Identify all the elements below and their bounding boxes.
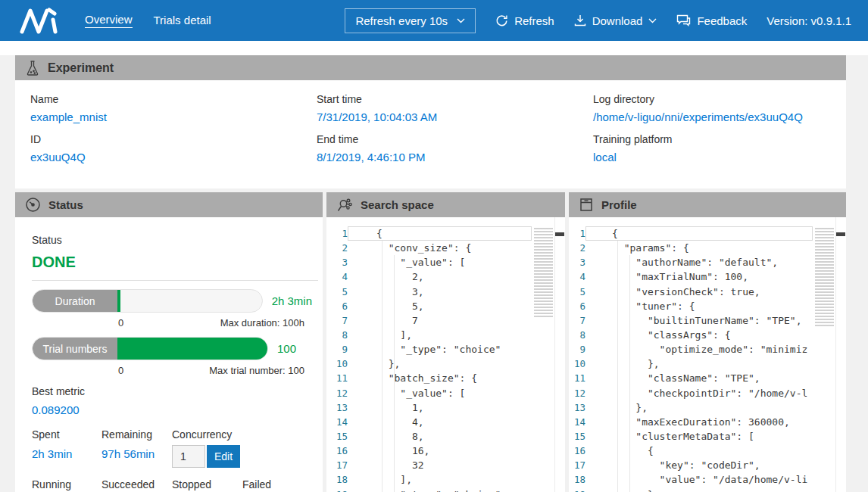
status-panel: Status Status DONE Duration 2h 3min 0 — [15, 192, 323, 492]
code-text: "checkpointDir": "/home/v-l — [612, 388, 807, 399]
code-line: 4 "maxTrialNum": 100, — [569, 269, 846, 284]
stat-value: 97h 56min — [101, 447, 172, 460]
code-line: 8 ], — [326, 328, 565, 342]
code-line: 5 "versionCheck": true, — [569, 285, 846, 299]
code-line: 19 "_type": "choice" — [326, 487, 565, 492]
search-space-code-editor[interactable]: 1 { 2 "conv_size": { 3 "_value": [ — [326, 217, 565, 492]
nni-logo-icon — [18, 6, 62, 35]
duration-bar: Duration 2h 3min 0 Max duration: 100h — [32, 289, 312, 329]
code-text: "maxExecDuration": 360000, — [612, 416, 790, 428]
duration-min: 0 — [118, 317, 123, 329]
field-value: /home/v-liguo/nni/experiments/ex3uuQ4Q — [593, 111, 846, 123]
line-number: 14 — [326, 416, 348, 428]
concurrency-input[interactable] — [172, 445, 205, 468]
trial-numbers-fill — [117, 338, 267, 360]
duration-value: 2h 3min — [272, 294, 312, 307]
concurrency-edit-button[interactable]: Edit — [207, 445, 240, 468]
stat-label: Remaining — [101, 428, 172, 441]
best-metric: Best metric 0.089200 — [32, 385, 312, 416]
chevron-down-icon — [648, 18, 657, 23]
minimap[interactable] — [534, 228, 553, 317]
tab-trials-detail[interactable]: Trials detail — [154, 14, 211, 28]
minimap[interactable] — [815, 228, 834, 326]
indent-guide — [629, 255, 630, 492]
editor-scrollbar[interactable] — [835, 217, 846, 492]
field-label: Log directory — [593, 93, 846, 105]
molecule-icon — [336, 197, 353, 213]
line-number: 4 — [326, 271, 348, 282]
line-number: 11 — [569, 372, 585, 384]
code-text: 2, — [376, 271, 424, 282]
experiment-field-name: Name example_mnist — [30, 93, 317, 123]
code-text: "_type": "choice" — [376, 344, 501, 355]
editor-scrollbar[interactable] — [554, 217, 565, 492]
code-line: 18 ], — [326, 472, 565, 487]
profile-code-editor[interactable]: 1 { 2 "params": { 3 "authorName": "defau… — [569, 217, 846, 492]
line-number: 5 — [569, 286, 585, 297]
experiment-panel-header: Experiment — [15, 55, 846, 80]
field-label: Name — [30, 93, 317, 105]
line-number: 7 — [326, 315, 348, 326]
line-number: 19 — [569, 489, 585, 492]
code-line: 13 }, — [569, 400, 846, 415]
code-line: 16 16, — [326, 444, 565, 458]
line-number: 10 — [326, 358, 348, 369]
code-line: 17 "key": "codeDir", — [569, 458, 846, 472]
experiment-panel-title: Experiment — [48, 61, 114, 75]
line-number: 11 — [326, 372, 348, 384]
refresh-label: Refresh — [514, 14, 554, 27]
code-text: "clusterMetaData": [ — [612, 431, 754, 442]
tab-overview[interactable]: Overview — [85, 13, 133, 28]
chevron-down-icon — [457, 18, 465, 23]
line-number: 16 — [326, 445, 348, 456]
download-button[interactable]: Download — [574, 14, 657, 27]
code-text: 16, — [376, 445, 429, 456]
field-value: 8/1/2019, 4:46:10 PM — [317, 151, 593, 163]
search-space-panel-title: Search space — [361, 198, 434, 211]
trial-numbers-min: 0 — [118, 365, 123, 376]
feedback-label: Feedback — [697, 14, 747, 27]
line-number: 10 — [569, 358, 585, 369]
line-number: 12 — [569, 388, 585, 399]
refresh-interval-dropdown[interactable]: Refresh every 10s — [345, 8, 476, 33]
stat-remaining: Remaining 97h 56min — [101, 428, 172, 468]
code-text: "_value": [ — [376, 388, 465, 399]
code-line: 2 "params": { — [569, 241, 846, 255]
line-number: 4 — [569, 271, 585, 282]
status-label: Status — [32, 234, 312, 246]
line-number: 15 — [569, 431, 585, 442]
line-number: 3 — [569, 257, 585, 268]
code-line: 19 }, — [569, 487, 846, 492]
line-number: 2 — [326, 242, 348, 254]
code-line: 14 4, — [326, 415, 565, 429]
code-text: }, — [612, 489, 660, 492]
code-text: "className": "TPE", — [612, 372, 760, 384]
concurrency-block: Concurrency Edit — [172, 428, 312, 468]
line-number: 17 — [569, 459, 585, 471]
code-line: 3 "_value": [ — [326, 255, 565, 269]
code-text: "conv_size": { — [376, 242, 471, 254]
status-panel-header: Status — [15, 192, 323, 217]
code-line: 9 "_type": "choice" — [326, 342, 565, 357]
count-label: Running — [32, 478, 101, 490]
code-text: "versionCheck": true, — [612, 286, 760, 297]
status-value: DONE — [32, 254, 312, 271]
editor-scrollbar-thumb[interactable] — [555, 232, 564, 236]
trial-numbers-bar: Trial numbers 100 0 Max trial number: 10… — [32, 337, 312, 376]
count-label: Failed — [242, 478, 312, 490]
code-text: "params": { — [612, 242, 689, 254]
refresh-button[interactable]: Refresh — [495, 14, 554, 27]
code-text: "optimize_mode": "minimiz — [612, 344, 807, 355]
gauge-icon — [25, 197, 41, 213]
code-text: { — [376, 228, 382, 239]
feedback-button[interactable]: Feedback — [676, 14, 747, 27]
code-line: 3 "authorName": "default", — [569, 255, 846, 269]
field-label: End time — [317, 133, 593, 145]
code-line: 7 7 — [326, 313, 565, 328]
indent-guide — [617, 241, 618, 492]
count-stopped: Stopped 0 — [172, 478, 242, 492]
code-line: 12 "_value": [ — [326, 386, 565, 400]
code-text: 3, — [376, 286, 424, 297]
editor-scrollbar-thumb[interactable] — [836, 232, 845, 236]
count-running: Running 0 — [32, 478, 101, 492]
